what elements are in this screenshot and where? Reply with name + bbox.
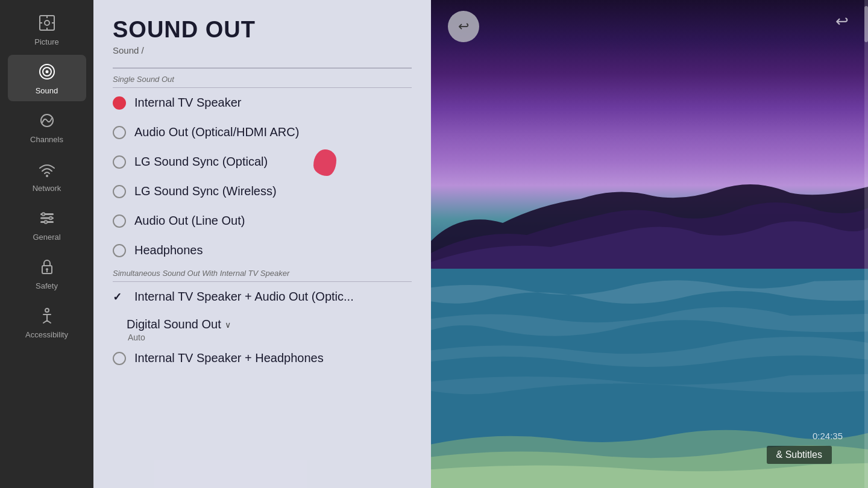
sidebar-item-network[interactable]: Network [8, 152, 86, 199]
option-text-lg-wireless: LG Sound Sync (Wireless) [134, 184, 277, 198]
menu-title: SOUND OUT [113, 17, 412, 43]
subtitles-bar[interactable]: & Subtitles [767, 446, 832, 464]
top-right-back-icon: ↩ [835, 12, 849, 30]
radio-internal-headphones [113, 352, 126, 365]
radio-lg-wireless [113, 185, 126, 198]
option-internal-audio-optical[interactable]: ✓ Internal TV Speaker + Audio Out (Optic… [93, 282, 431, 311]
option-internal-headphones[interactable]: Internal TV Speaker + Headphones [93, 343, 431, 373]
svg-point-16 [44, 221, 47, 224]
accessibility-icon [36, 305, 58, 327]
svg-point-10 [46, 175, 48, 177]
svg-point-20 [45, 308, 49, 312]
top-right-back-button[interactable]: ↩ [835, 12, 849, 31]
radio-internal-tv [113, 96, 126, 110]
picture-icon [36, 12, 58, 34]
option-text-audio-optical: Audio Out (Optical/HDMI ARC) [134, 125, 299, 139]
option-lg-wireless[interactable]: LG Sound Sync (Wireless) [93, 177, 431, 206]
menu-breadcrumb: Sound / [113, 45, 412, 55]
general-icon [36, 207, 58, 229]
svg-point-1 [45, 20, 49, 25]
sidebar-label-network: Network [33, 184, 61, 193]
digital-sound-sub: Auto [127, 333, 412, 342]
sidebar-item-sound[interactable]: Sound [8, 55, 86, 101]
option-text-audio-line: Audio Out (Line Out) [134, 214, 245, 228]
safety-icon [36, 256, 58, 278]
radio-lg-optical [113, 155, 126, 169]
sidebar-item-general[interactable]: General [8, 201, 86, 248]
back-button[interactable]: ↩ [448, 11, 479, 42]
option-text-lg-optical: LG Sound Sync (Optical) [134, 155, 268, 169]
svg-point-15 [49, 217, 52, 220]
menu-top-divider [113, 67, 412, 69]
option-text-internal-audio-optical: Internal TV Speaker + Audio Out (Optic..… [134, 290, 354, 304]
menu-panel: SOUND OUT Sound / Single Sound Out Inter… [93, 0, 431, 488]
beach-background [431, 0, 868, 488]
sidebar-item-accessibility[interactable]: Accessibility [8, 299, 86, 345]
option-lg-optical[interactable]: LG Sound Sync (Optical) [93, 147, 431, 177]
sound-icon [36, 61, 58, 83]
radio-audio-optical [113, 126, 126, 139]
sidebar-label-sound: Sound [36, 86, 58, 95]
option-internal-tv[interactable]: Internal TV Speaker [93, 88, 431, 117]
sidebar-item-picture[interactable]: Picture [8, 6, 86, 52]
scrollbar-thumb [864, 6, 868, 42]
svg-point-18 [46, 268, 48, 271]
channels-icon [36, 110, 58, 131]
option-digital-sound-out[interactable]: Digital Sound Out ∨ Auto [93, 311, 431, 343]
video-scrollbar[interactable] [864, 0, 868, 488]
mountain-silhouette [431, 163, 868, 283]
option-audio-optical[interactable]: Audio Out (Optical/HDMI ARC) [93, 117, 431, 147]
radio-audio-line [113, 214, 126, 228]
option-text-internal-headphones: Internal TV Speaker + Headphones [134, 351, 324, 365]
menu-header: SOUND OUT Sound / [93, 0, 431, 61]
svg-point-14 [42, 213, 45, 216]
video-area: ↩ ↩ [431, 0, 868, 488]
checkmark-icon: ✓ [113, 290, 126, 304]
sidebar-item-safety[interactable]: Safety [8, 250, 86, 296]
option-audio-line[interactable]: Audio Out (Line Out) [93, 206, 431, 236]
section-label-single: Single Sound Out [93, 71, 431, 87]
option-headphones[interactable]: Headphones [93, 236, 431, 265]
sidebar-label-accessibility: Accessibility [25, 330, 68, 339]
sidebar-label-general: General [33, 233, 60, 242]
radio-headphones [113, 244, 126, 257]
sidebar-item-channels[interactable]: Channels [8, 104, 86, 150]
option-text-headphones: Headphones [134, 243, 203, 257]
section-label-simultaneous: Simultaneous Sound Out With Internal TV … [93, 265, 431, 281]
chevron-down-icon: ∨ [225, 320, 231, 330]
sidebar-label-picture: Picture [34, 37, 58, 46]
back-arrow-icon: ↩ [458, 19, 469, 34]
sidebar-label-channels: Channels [30, 135, 63, 144]
video-timestamp: 0:24:35 [813, 431, 843, 441]
sidebar-label-safety: Safety [36, 281, 58, 290]
network-icon [36, 158, 58, 180]
digital-sound-label: Digital Sound Out ∨ [127, 318, 412, 331]
sidebar: Picture Sound Channels [0, 0, 93, 488]
svg-point-8 [45, 70, 48, 74]
option-text-internal-tv: Internal TV Speaker [134, 96, 242, 110]
